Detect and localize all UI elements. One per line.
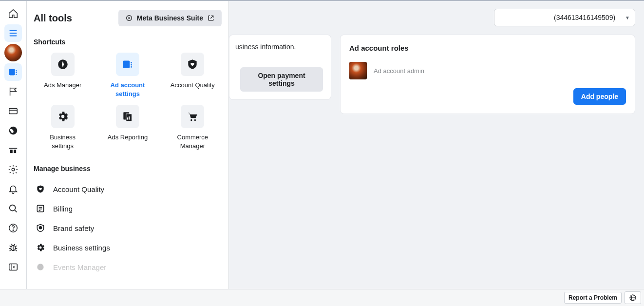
manage-item-business-settings[interactable]: Business settings [34,238,222,257]
globe-icon [8,125,19,136]
shortcut-label: Account Quality [170,81,215,90]
rail-notifications[interactable] [4,180,22,198]
shortcuts-grid: Ads Manager Ad account settings Account … [34,53,222,150]
shortcut-ads-reporting[interactable]: Ads Reporting [98,105,156,150]
shield-heart-icon [36,184,45,194]
manage-item-label: Brand safety [53,224,94,232]
search-icon [8,203,19,214]
events-rail-icon [8,145,19,155]
credit-card-icon [8,106,19,116]
shortcut-ad-account-settings[interactable]: Ad account settings [98,53,156,98]
meta-business-suite-label: Meta Business Suite [137,14,203,22]
svg-point-17 [13,230,13,230]
caret-down-icon: ▼ [625,15,630,20]
svg-point-6 [16,74,17,75]
svg-point-32 [190,119,192,121]
invoice-icon [36,204,45,213]
shortcut-business-settings[interactable]: Business settings [34,105,92,150]
manage-item-brand-safety[interactable]: Brand safety [34,218,222,238]
rail-settings[interactable] [4,161,22,178]
manage-item-label: Business settings [53,244,110,252]
shopping-cart-icon [186,110,199,123]
bug-icon [8,242,19,253]
rail-help[interactable] [4,219,22,237]
rail-home[interactable] [4,5,22,22]
shortcut-commerce-manager[interactable]: Commerce Manager [164,105,222,150]
manage-item-account-quality[interactable]: Account Quality [34,179,222,199]
account-picker[interactable]: (344613416149509) ▼ [494,9,635,26]
shield-icon [36,223,45,233]
svg-point-25 [131,64,132,66]
role-label: Ad account admin [374,67,424,75]
manage-item-label: Account Quality [53,185,104,193]
card-settings-icon [8,67,19,77]
role-row: Ad account admin [349,62,626,79]
manage-item-billing[interactable]: Billing [34,199,222,218]
meta-business-suite-button[interactable]: Meta Business Suite [118,10,222,26]
svg-rect-3 [9,69,15,76]
manage-heading: Manage business [34,165,222,172]
manage-item-label: Billing [53,205,73,213]
account-id-text: (344613416149509) [554,14,615,21]
svg-point-4 [16,70,17,71]
locale-button[interactable] [625,291,641,304]
add-people-button[interactable]: Add people [573,88,626,105]
shortcut-account-quality[interactable]: Account Quality [164,53,222,98]
svg-point-39 [39,247,42,249]
shortcut-ads-manager[interactable]: Ads Manager [34,53,92,98]
card-settings-icon [121,58,134,71]
svg-rect-31 [129,116,130,120]
footer-bar: Report a Problem [0,289,644,306]
shortcuts-heading: Shortcuts [34,38,222,46]
rail-sidebar-toggle[interactable] [4,258,22,276]
tools-panel: All tools Meta Business Suite Shortcuts … [27,1,229,306]
rail-search[interactable] [4,200,22,217]
compass-icon [57,58,69,71]
gear-icon [36,243,45,252]
svg-point-27 [61,115,64,118]
help-icon [8,223,19,233]
svg-rect-12 [14,150,16,153]
shortcut-label: Ads Manager [44,81,81,90]
svg-line-15 [15,210,17,212]
meta-logo-icon [125,14,133,22]
gear-icon [57,110,69,123]
sidebar-collapse-icon [8,262,19,272]
icon-rail [0,1,27,306]
manage-item-events-manager[interactable]: Events Manager [34,257,222,277]
rail-ad-account-settings[interactable] [4,63,22,81]
svg-rect-11 [11,150,13,153]
svg-rect-7 [9,109,18,114]
svg-point-5 [16,72,17,73]
svg-point-26 [131,66,132,68]
manage-item-label: Events Manager [53,263,106,271]
role-avatar-icon [349,62,367,79]
open-payment-settings-button[interactable]: Open payment settings [240,67,323,92]
rail-menu[interactable] [4,24,22,42]
home-icon [8,8,19,19]
rail-billing[interactable] [4,102,22,120]
ad-account-roles-card: Ad account roles Ad account admin Add pe… [340,35,635,114]
rail-bug[interactable] [4,239,22,256]
rail-campaigns[interactable] [4,83,22,100]
shortcut-label: Commerce Manager [168,133,217,150]
rail-avatar[interactable] [4,44,22,61]
shield-heart-icon [186,58,199,71]
shortcut-label: Business settings [38,133,87,150]
shortcut-label: Ads Reporting [108,133,148,142]
rail-audiences[interactable] [4,122,22,139]
svg-point-13 [12,168,15,171]
user-avatar-icon [4,44,22,61]
svg-point-33 [194,119,196,121]
business-info-text: usiness information. [235,43,321,51]
report-problem-button[interactable]: Report a Problem [564,292,622,304]
svg-point-38 [39,227,42,229]
events-icon [36,262,45,272]
external-link-icon [207,14,215,22]
flag-icon [8,86,19,97]
business-info-card: usiness information. Open payment settin… [229,35,331,100]
manage-list: Account Quality Billing Brand safety Bus… [34,179,222,277]
svg-rect-23 [123,60,130,68]
report-pages-icon [121,110,134,123]
rail-events[interactable] [4,141,22,159]
